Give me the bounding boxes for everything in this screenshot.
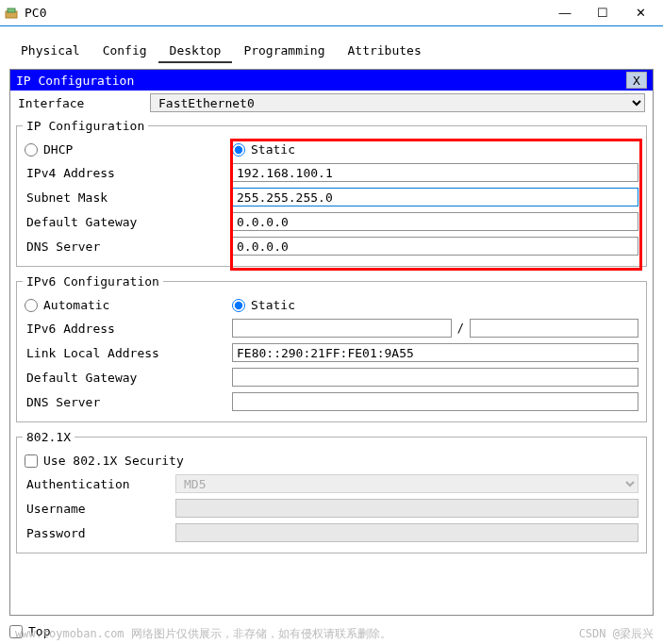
use-8021x-checkbox[interactable] bbox=[25, 454, 38, 468]
linklocal-label: Link Local Address bbox=[25, 346, 232, 360]
ipv4-label: IPv4 Address bbox=[25, 166, 232, 180]
titlebar: PC0 — ☐ ✕ bbox=[0, 0, 663, 26]
dns-label: DNS Server bbox=[25, 239, 232, 254]
dhcp-radio[interactable] bbox=[25, 143, 38, 157]
dhcp-radio-label[interactable]: DHCP bbox=[25, 142, 232, 157]
automatic-radio[interactable] bbox=[25, 299, 38, 312]
username-label: Username bbox=[25, 502, 175, 516]
ipv6-configuration-legend: IPv6 Configuration bbox=[23, 274, 163, 289]
ipv6-dns-input[interactable] bbox=[232, 392, 638, 411]
tab-bar: Physical Config Desktop Programming Attr… bbox=[9, 40, 654, 63]
interface-label: Interface bbox=[18, 96, 150, 110]
svg-rect-1 bbox=[8, 8, 15, 12]
dns-input[interactable] bbox=[232, 237, 638, 256]
automatic-radio-label[interactable]: Automatic bbox=[25, 298, 232, 312]
slash-separator: / bbox=[452, 322, 470, 335]
ipv6-static-radio[interactable] bbox=[232, 299, 245, 312]
password-label: Password bbox=[25, 526, 175, 540]
watermark: www.toymoban.com 网络图片仅供展示，非存储，如有侵权请联系删除。… bbox=[15, 626, 654, 642]
auth-label: Authentication bbox=[25, 477, 175, 491]
tab-attributes[interactable]: Attributes bbox=[336, 40, 432, 63]
minimize-button[interactable]: — bbox=[546, 1, 584, 25]
tab-physical[interactable]: Physical bbox=[9, 40, 91, 63]
tab-config[interactable]: Config bbox=[91, 40, 158, 63]
subnet-input[interactable] bbox=[232, 188, 638, 206]
use-8021x-label: Use 802.1X Security bbox=[43, 454, 184, 468]
ip-configuration-group: IP Configuration DHCP Static IPv4 Addres… bbox=[16, 119, 647, 267]
subnet-label: Subnet Mask bbox=[25, 190, 232, 205]
app-icon bbox=[4, 6, 19, 21]
ipv4-input[interactable] bbox=[232, 163, 638, 182]
static-radio[interactable] bbox=[232, 143, 245, 157]
ipv6-dns-label: DNS Server bbox=[25, 395, 232, 409]
subheader: IP Configuration X bbox=[10, 70, 653, 91]
static-radio-label[interactable]: Static bbox=[232, 142, 295, 157]
watermark-right: CSDN @梁辰兴 bbox=[579, 626, 654, 642]
gateway-input[interactable] bbox=[232, 212, 638, 231]
close-icon[interactable]: X bbox=[626, 72, 647, 89]
password-input bbox=[175, 523, 638, 542]
ipv6-gateway-label: Default Gateway bbox=[25, 371, 232, 385]
interface-row: Interface FastEthernet0 bbox=[10, 91, 653, 115]
ipv6-gateway-input[interactable] bbox=[232, 368, 638, 387]
dot1x-legend: 802.1X bbox=[23, 430, 75, 444]
main-panel: IP Configuration X Interface FastEtherne… bbox=[9, 69, 654, 616]
auth-select: MD5 bbox=[175, 474, 638, 493]
ipv6-configuration-group: IPv6 Configuration Automatic Static IPv6… bbox=[16, 274, 647, 422]
subheader-title: IP Configuration bbox=[16, 74, 626, 88]
ip-configuration-legend: IP Configuration bbox=[23, 119, 148, 133]
linklocal-input[interactable] bbox=[232, 343, 638, 362]
window-close-button[interactable]: ✕ bbox=[622, 1, 659, 25]
ipv6-address-input[interactable] bbox=[232, 319, 452, 338]
username-input bbox=[175, 499, 638, 518]
maximize-button[interactable]: ☐ bbox=[584, 1, 622, 25]
watermark-left: www.toymoban.com 网络图片仅供展示，非存储，如有侵权请联系删除。 bbox=[15, 626, 391, 642]
dot1x-group: 802.1X Use 802.1X Security Authenticatio… bbox=[16, 430, 647, 553]
tab-programming[interactable]: Programming bbox=[232, 40, 336, 63]
ipv6-prefix-input[interactable] bbox=[470, 319, 638, 338]
interface-select[interactable]: FastEthernet0 bbox=[150, 93, 645, 112]
tab-desktop[interactable]: Desktop bbox=[158, 40, 233, 63]
gateway-label: Default Gateway bbox=[25, 215, 232, 229]
ipv6-address-label: IPv6 Address bbox=[25, 322, 232, 336]
ipv6-static-radio-label[interactable]: Static bbox=[232, 298, 295, 312]
window-title: PC0 bbox=[25, 6, 546, 20]
